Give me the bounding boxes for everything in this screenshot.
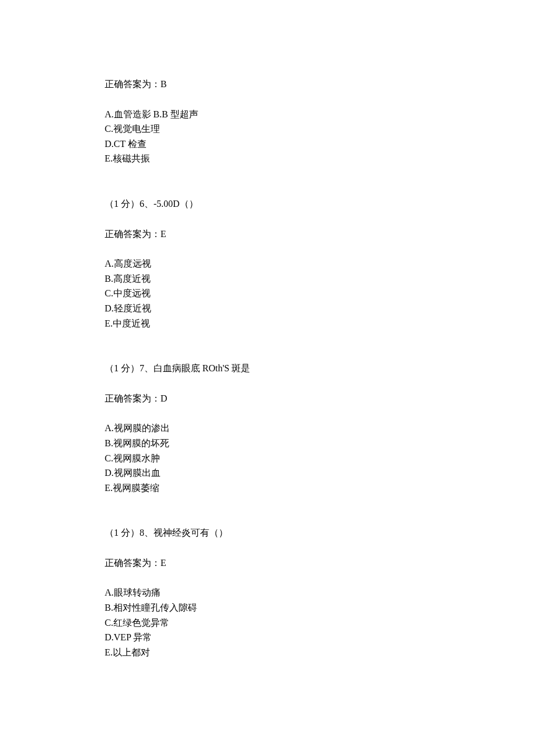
- option-b: B.高度近视: [105, 271, 430, 286]
- option-c: C.视网膜水肿: [105, 451, 430, 466]
- option-a: A.视网膜的渗出: [105, 421, 430, 436]
- answer-line: 正确答案为：E: [105, 556, 430, 571]
- answer-line: 正确答案为：E: [105, 227, 430, 242]
- option-a-b: A.血管造影 B.B 型超声: [105, 107, 430, 122]
- question-prompt: （1 分）6、-5.00D（）: [105, 196, 430, 212]
- option-b: B.相对性瞳孔传入隙碍: [105, 600, 430, 615]
- option-e: E.中度近视: [105, 316, 430, 331]
- content-column: 正确答案为：B A.血管造影 B.B 型超声 C.视觉电生理 D.CT 检查 E…: [105, 77, 430, 660]
- question-prompt: （1 分）7、白血病眼底 ROth'S 斑是: [105, 361, 430, 376]
- option-e: E.以上都对: [105, 645, 430, 660]
- option-c: C.红绿色觉异常: [105, 615, 430, 630]
- option-d: D.轻度近视: [105, 301, 430, 316]
- answer-line: 正确答案为：B: [105, 77, 430, 92]
- option-d: D.CT 检查: [105, 137, 430, 152]
- option-d: D.VEP 异常: [105, 630, 430, 645]
- option-c: C.视觉电生理: [105, 121, 430, 137]
- question-prompt: （1 分）8、视神经炎可有（）: [105, 525, 430, 540]
- option-c: C.中度远视: [105, 286, 430, 301]
- option-b: B.视网膜的坏死: [105, 436, 430, 451]
- option-e: E.视网膜萎缩: [105, 481, 430, 496]
- answer-line: 正确答案为：D: [105, 391, 430, 406]
- option-d: D.视网膜出血: [105, 465, 430, 481]
- page: 正确答案为：B A.血管造影 B.B 型超声 C.视觉电生理 D.CT 检查 E…: [0, 0, 535, 756]
- option-a: A.眼球转动痛: [105, 585, 430, 600]
- option-e: E.核磁共振: [105, 151, 430, 166]
- option-a: A.高度远视: [105, 256, 430, 271]
